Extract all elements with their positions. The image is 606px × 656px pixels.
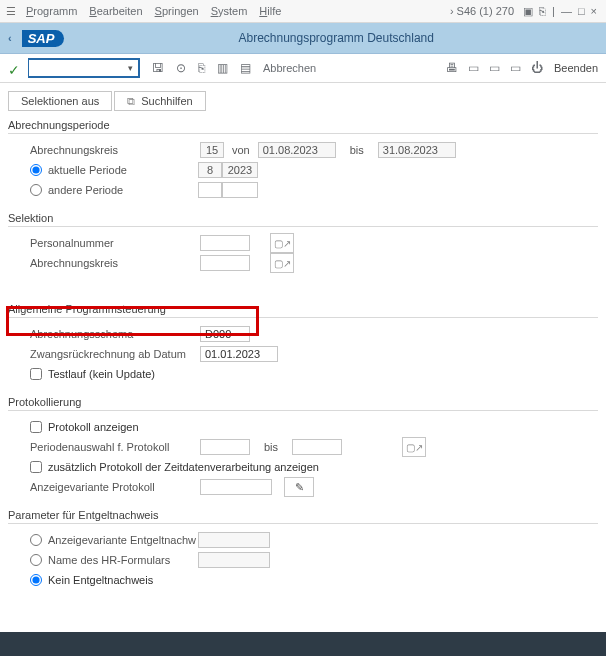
multiselect-icon: ▢↗ <box>274 238 291 249</box>
menu-system[interactable]: System <box>211 5 248 17</box>
window-icon[interactable]: ▣ <box>523 5 533 18</box>
menu-hilfe[interactable]: Hilfe <box>259 5 281 17</box>
separator-icon: | <box>552 5 555 17</box>
chevron-right-icon: › <box>450 5 454 17</box>
close-icon[interactable]: × <box>591 5 597 17</box>
zwangsrueckrechnung-field[interactable] <box>200 346 278 362</box>
zusatz-protokoll-checkbox[interactable] <box>30 461 42 473</box>
suchhilfen-button[interactable]: ⧉ Suchhilfen <box>114 91 205 111</box>
zusatz-protokoll-label: zusätzlich Protokoll der Zeitdatenverarb… <box>48 461 319 473</box>
abrkreis-multiselect-button[interactable]: ▢↗ <box>270 253 294 273</box>
transaction-input[interactable] <box>29 60 125 76</box>
kein-entgelt-radio[interactable] <box>30 574 42 586</box>
section-protokoll: Protokoll anzeigen Periodenauswahl f. Pr… <box>8 410 598 507</box>
testlauf-checkbox[interactable] <box>30 368 42 380</box>
section-selektion-title: Selektion <box>0 210 606 226</box>
attributes-icon[interactable]: ▥ <box>217 61 228 75</box>
sel-abrkreis-label: Abrechnungskreis <box>30 257 200 269</box>
andere-monat-field[interactable] <box>198 182 222 198</box>
section-abrechnungsperiode: Abrechnungskreis von bis aktuelle Period… <box>8 133 598 210</box>
accept-icon[interactable]: ✓ <box>8 62 20 74</box>
von-label: von <box>232 144 250 156</box>
protokoll-anzeigen-label: Protokoll anzeigen <box>48 421 139 433</box>
bis-label: bis <box>350 144 364 156</box>
anzeigevariante-protokoll-label: Anzeigevariante Protokoll <box>30 481 200 493</box>
sap-logo: SAP <box>22 30 65 47</box>
section-abrechnungsperiode-title: Abrechnungsperiode <box>0 117 606 133</box>
hamburger-icon[interactable]: ☰ <box>6 5 16 18</box>
section-entgelt-title: Parameter für Entgeltnachweis <box>0 507 606 523</box>
section-allgemein-title: Allgemeine Programmsteuerung <box>0 301 606 317</box>
cancel-button[interactable]: Abbrechen <box>263 62 316 74</box>
anzvar-entgelt-radio[interactable] <box>30 534 42 546</box>
periode-multiselect-button[interactable]: ▢↗ <box>402 437 426 457</box>
footer-strip <box>0 632 606 656</box>
aktuelle-monat-field[interactable] <box>198 162 222 178</box>
layout3-icon[interactable]: ▭ <box>510 61 521 75</box>
minimize-icon[interactable]: — <box>561 5 572 17</box>
edit-variant-button[interactable]: ✎ <box>284 477 314 497</box>
multiselect-icon: ▢↗ <box>406 442 423 453</box>
anzvar-entgelt-label: Anzeigevariante Entgeltnachw <box>48 534 198 546</box>
maximize-icon[interactable]: □ <box>578 5 585 17</box>
personalnummer-label: Personalnummer <box>30 237 200 249</box>
section-protokoll-title: Protokollierung <box>0 394 606 410</box>
hrform-field[interactable] <box>198 552 270 568</box>
layout2-icon[interactable]: ▭ <box>489 61 500 75</box>
link-icon: ⧉ <box>127 95 135 108</box>
menu-programm[interactable]: Programm <box>26 5 77 17</box>
persnr-multiselect-button[interactable]: ▢↗ <box>270 233 294 253</box>
system-id: S46 (1) 270 <box>457 5 514 17</box>
periodenauswahl-to-field[interactable] <box>292 439 342 455</box>
layout1-icon[interactable]: ▭ <box>468 61 479 75</box>
personalnummer-field[interactable] <box>200 235 250 251</box>
hrform-label: Name des HR-Formulars <box>48 554 198 566</box>
periodenauswahl-label: Periodenauswahl f. Protokoll <box>30 441 200 453</box>
back-button[interactable]: ‹ <box>8 32 12 44</box>
periodenauswahl-from-field[interactable] <box>200 439 250 455</box>
pencil-icon: ✎ <box>295 481 304 494</box>
selektionen-label: Selektionen aus <box>21 95 99 107</box>
transaction-combo[interactable]: ▾ <box>28 58 140 78</box>
beenden-button[interactable]: Beenden <box>554 62 598 74</box>
schema-field[interactable] <box>200 326 250 342</box>
abrkreis-field[interactable] <box>200 142 224 158</box>
sel-abrkreis-field[interactable] <box>200 255 250 271</box>
multiselect-icon: ▢↗ <box>274 258 291 269</box>
von-date-field[interactable] <box>258 142 336 158</box>
section-allgemein: Abrechnungsschema Zwangsrückrechnung ab … <box>8 317 598 394</box>
menu-bearbeiten[interactable]: Bearbeiten <box>89 5 142 17</box>
menu-springen[interactable]: Springen <box>155 5 199 17</box>
suchhilfen-label: Suchhilfen <box>141 95 192 107</box>
zwangsrueckrechnung-label: Zwangsrückrechnung ab Datum <box>30 348 200 360</box>
andere-periode-label: andere Periode <box>48 184 198 196</box>
aktuelle-periode-radio[interactable] <box>30 164 42 176</box>
variants-icon[interactable]: ⎘ <box>198 61 205 75</box>
protokoll-anzeigen-checkbox[interactable] <box>30 421 42 433</box>
hrform-radio[interactable] <box>30 554 42 566</box>
abrkreis-label: Abrechnungskreis <box>30 144 200 156</box>
testlauf-label: Testlauf (kein Update) <box>48 368 155 380</box>
kein-entgelt-label: Kein Entgeltnachweis <box>48 574 153 586</box>
exit-icon[interactable]: ⏻ <box>531 61 543 75</box>
execute-icon[interactable]: ⊙ <box>176 61 186 75</box>
aktuelle-periode-label: aktuelle Periode <box>48 164 198 176</box>
print-icon[interactable]: 🖶 <box>446 61 458 75</box>
aktuelle-jahr-field[interactable] <box>222 162 258 178</box>
anzvar-entgelt-field[interactable] <box>198 532 270 548</box>
section-selektion: Personalnummer ▢↗ Abrechnungskreis ▢↗ <box>8 226 598 283</box>
selektionen-aus-button[interactable]: Selektionen aus <box>8 91 112 111</box>
anzeigevariante-protokoll-field[interactable] <box>200 479 272 495</box>
list-icon[interactable]: ▤ <box>240 61 251 75</box>
session-icon[interactable]: ⎘ <box>539 5 546 17</box>
save-icon[interactable]: 🖫 <box>152 61 164 75</box>
andere-jahr-field[interactable] <box>222 182 258 198</box>
bis-date-field[interactable] <box>378 142 456 158</box>
section-entgelt: Anzeigevariante Entgeltnachw Name des HR… <box>8 523 598 600</box>
schema-label: Abrechnungsschema <box>30 328 200 340</box>
andere-periode-radio[interactable] <box>30 184 42 196</box>
page-title: Abrechnungsprogramm Deutschland <box>74 31 598 45</box>
periodenauswahl-bis-label: bis <box>264 441 278 453</box>
chevron-down-icon[interactable]: ▾ <box>125 63 136 73</box>
